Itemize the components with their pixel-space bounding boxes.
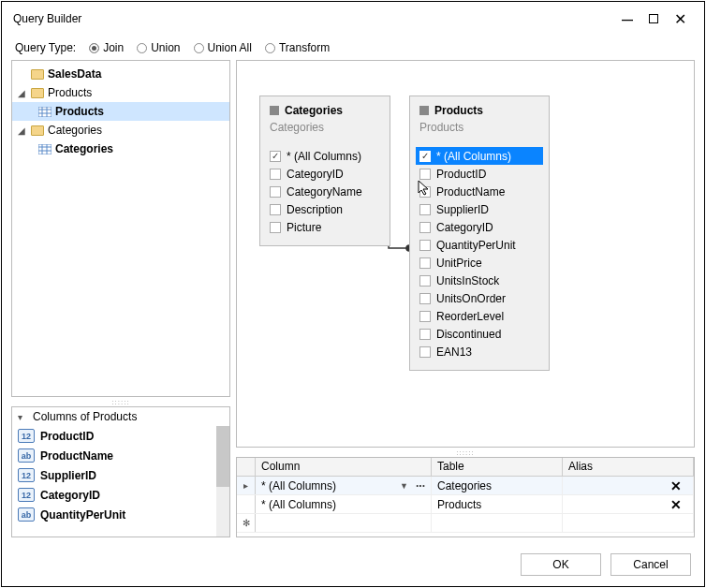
scrollbar-thumb[interactable] bbox=[216, 426, 229, 487]
radio-join[interactable]: Join bbox=[89, 41, 124, 54]
checkbox[interactable] bbox=[419, 204, 431, 215]
field-item[interactable]: ProductName bbox=[416, 183, 543, 200]
checkbox[interactable] bbox=[270, 169, 281, 180]
ellipsis-button[interactable]: ··· bbox=[416, 479, 425, 492]
field-item[interactable]: Discontinued bbox=[416, 325, 543, 343]
field-item[interactable]: EAN13 bbox=[416, 343, 543, 360]
tree-node-products[interactable]: ◢ Products bbox=[12, 83, 229, 102]
radio-transform[interactable]: Transform bbox=[265, 41, 330, 54]
field-item[interactable]: ✓* (All Columns) bbox=[266, 147, 384, 165]
window-title: Query Builder bbox=[13, 12, 614, 25]
dropdown-icon[interactable]: ▼ bbox=[400, 481, 408, 491]
tree-root[interactable]: SalesData bbox=[12, 65, 229, 83]
column-item[interactable]: 12CategoryID bbox=[12, 485, 229, 505]
field-item[interactable]: Description bbox=[266, 200, 384, 218]
row-indicator-icon: ▸ bbox=[237, 477, 256, 494]
tree-node-products-table[interactable]: Products bbox=[12, 102, 229, 121]
new-row-icon: ✻ bbox=[237, 514, 256, 532]
grid-new-row[interactable]: ✻ bbox=[237, 514, 694, 533]
titlebar: Query Builder ✕ bbox=[2, 2, 704, 36]
source-tree[interactable]: SalesData ◢ Products Products ◢ Categori… bbox=[11, 60, 230, 397]
folder-icon bbox=[31, 125, 44, 136]
folder-icon bbox=[31, 69, 44, 80]
query-builder-window: Query Builder ✕ Query Type: Join Union U… bbox=[1, 1, 705, 587]
columns-panel: ▾ Columns of Products 12ProductIDabProdu… bbox=[11, 406, 230, 537]
field-item[interactable]: UnitsOnOrder bbox=[416, 289, 543, 307]
field-item[interactable]: CategoryID bbox=[416, 218, 543, 236]
maximize-button[interactable] bbox=[640, 11, 667, 26]
table-icon bbox=[38, 107, 51, 117]
field-item[interactable]: Picture bbox=[266, 218, 384, 236]
splitter-horizontal[interactable] bbox=[236, 448, 695, 457]
svg-rect-0 bbox=[38, 107, 51, 117]
grid-row[interactable]: ▸ * (All Columns)▼··· Categories ✕ bbox=[237, 477, 694, 495]
radio-union[interactable]: Union bbox=[137, 41, 180, 54]
field-item[interactable]: ReorderLevel bbox=[416, 307, 543, 325]
field-item[interactable]: ProductID bbox=[416, 165, 543, 183]
checkbox[interactable] bbox=[419, 169, 431, 180]
table-icon bbox=[38, 144, 51, 154]
checkbox[interactable]: ✓ bbox=[419, 151, 431, 162]
grid-row[interactable]: * (All Columns) Products ✕ bbox=[237, 495, 694, 514]
column-item[interactable]: abQuantityPerUnit bbox=[12, 505, 229, 524]
folder-icon bbox=[31, 88, 44, 98]
table-icon bbox=[270, 106, 279, 115]
checkbox[interactable] bbox=[419, 257, 431, 269]
collapse-icon[interactable]: ▾ bbox=[18, 412, 27, 422]
column-item[interactable]: 12SupplierID bbox=[12, 465, 229, 485]
grid-header-table[interactable]: Table bbox=[432, 458, 563, 476]
columns-panel-title: Columns of Products bbox=[33, 410, 137, 423]
columns-grid[interactable]: Column Table Alias ▸ * (All Columns)▼···… bbox=[236, 457, 695, 537]
type-badge: 12 bbox=[18, 468, 35, 482]
columns-list[interactable]: 12ProductIDabProductName12SupplierID12Ca… bbox=[12, 426, 229, 537]
checkbox[interactable] bbox=[419, 311, 431, 322]
ok-button[interactable]: OK bbox=[521, 553, 601, 576]
query-type-label: Query Type: bbox=[15, 41, 76, 54]
splitter-horizontal[interactable] bbox=[11, 397, 230, 406]
field-item[interactable]: UnitPrice bbox=[416, 254, 543, 272]
checkbox[interactable] bbox=[270, 204, 281, 215]
type-badge: 12 bbox=[18, 429, 35, 443]
cancel-button[interactable]: Cancel bbox=[610, 553, 691, 576]
checkbox[interactable] bbox=[419, 329, 431, 340]
type-badge: 12 bbox=[18, 488, 35, 502]
checkbox[interactable] bbox=[419, 186, 431, 198]
table-box-products[interactable]: Products Products ✓* (All Columns)Produc… bbox=[409, 96, 550, 371]
checkbox[interactable] bbox=[419, 346, 431, 358]
checkbox[interactable] bbox=[270, 186, 281, 198]
field-item[interactable]: QuantityPerUnit bbox=[416, 236, 543, 254]
design-canvas[interactable]: Categories Categories ✓* (All Columns)Ca… bbox=[236, 60, 695, 448]
checkbox[interactable] bbox=[419, 275, 431, 287]
column-item[interactable]: 12ProductID bbox=[12, 426, 229, 446]
remove-row-button[interactable]: ✕ bbox=[670, 478, 687, 493]
query-type-row: Query Type: Join Union Union All Transfo… bbox=[2, 36, 704, 60]
scrollbar[interactable] bbox=[216, 426, 229, 537]
table-box-categories[interactable]: Categories Categories ✓* (All Columns)Ca… bbox=[259, 96, 390, 246]
column-item[interactable]: abProductName bbox=[12, 446, 229, 465]
type-badge: ab bbox=[18, 507, 35, 522]
radio-union-all[interactable]: Union All bbox=[194, 41, 252, 54]
checkbox[interactable] bbox=[419, 222, 431, 233]
grid-header-alias[interactable]: Alias bbox=[563, 458, 694, 476]
remove-row-button[interactable]: ✕ bbox=[670, 497, 687, 512]
field-item[interactable]: SupplierID bbox=[416, 200, 543, 218]
table-icon bbox=[419, 106, 429, 115]
svg-rect-5 bbox=[38, 144, 51, 154]
type-badge: ab bbox=[18, 448, 35, 463]
field-item[interactable]: ✓* (All Columns) bbox=[416, 147, 543, 165]
grid-header-column[interactable]: Column bbox=[256, 458, 432, 476]
minimize-button[interactable] bbox=[614, 11, 640, 26]
checkbox[interactable] bbox=[270, 222, 281, 233]
checkbox[interactable]: ✓ bbox=[270, 151, 281, 162]
tree-node-categories[interactable]: ◢ Categories bbox=[12, 121, 229, 140]
close-button[interactable]: ✕ bbox=[667, 10, 693, 28]
tree-node-categories-table[interactable]: Categories bbox=[12, 140, 229, 158]
field-item[interactable]: CategoryID bbox=[266, 165, 384, 183]
checkbox[interactable] bbox=[419, 240, 431, 251]
field-item[interactable]: UnitsInStock bbox=[416, 272, 543, 289]
field-item[interactable]: CategoryName bbox=[266, 183, 384, 200]
checkbox[interactable] bbox=[419, 293, 431, 304]
